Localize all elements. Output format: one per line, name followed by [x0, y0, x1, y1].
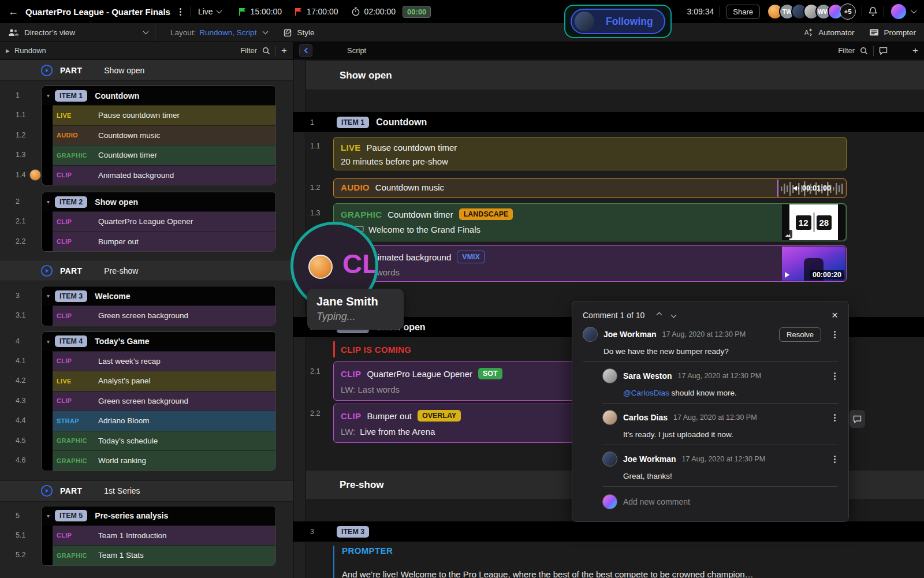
comment-anchor-button[interactable] — [850, 410, 865, 428]
rundown-row[interactable]: GRAPHICTeam 1 Stats — [42, 545, 275, 565]
end-time: 17:00:00 — [295, 7, 338, 16]
rundown-row[interactable]: CLIPAnimated background — [42, 165, 275, 185]
filter-label[interactable]: Filter — [240, 46, 257, 55]
row-title: Last week’s recap — [98, 357, 161, 366]
play-circle-icon[interactable] — [40, 484, 53, 497]
flip-clock-minutes: 28 — [817, 215, 832, 230]
kebab-menu-icon[interactable] — [180, 11, 181, 13]
block-title: Pause countdown timer — [367, 143, 457, 152]
script-item-row[interactable]: 1 ITEM 1 Countdown — [293, 112, 924, 132]
part-row-1st-series[interactable]: PART 1st Series — [0, 480, 293, 502]
block-number: 2.1 — [310, 367, 320, 375]
collapse-caret-icon[interactable]: ▾ — [47, 338, 50, 345]
collapse-panel-button[interactable] — [299, 44, 312, 57]
elapsed-badge: 00:00 — [403, 6, 431, 18]
part-row-pre-show[interactable]: PART Pre-show — [0, 260, 293, 281]
notifications-button[interactable] — [868, 6, 878, 17]
comment-icon[interactable] — [879, 47, 888, 55]
collapse-caret-icon[interactable]: ▾ — [47, 199, 50, 205]
style-button[interactable]: Style — [284, 28, 314, 37]
filter-label[interactable]: Filter — [838, 46, 855, 55]
item-badge: ITEM 2 — [55, 196, 87, 208]
avatar-stack[interactable]: TW WW +5 — [767, 3, 856, 20]
layout-label: Layout: — [170, 28, 196, 37]
collapse-caret-icon[interactable]: ▾ — [47, 92, 50, 99]
comment-menu-icon[interactable] — [834, 375, 836, 377]
search-icon[interactable] — [860, 47, 868, 55]
clip-preview-thumb[interactable]: 00:00:20 — [782, 247, 845, 281]
script-block-audio[interactable]: AUDIO Countdown music 00:01:00 — [333, 178, 847, 198]
row-title: World ranking — [98, 456, 146, 465]
comment-reply: Sara Weston 17 Aug, 2020 at 12:30 PM @Ca… — [602, 362, 838, 404]
item-header[interactable]: ▾ ITEM 5 Pre-series analysis — [42, 506, 275, 525]
play-circle-icon[interactable] — [40, 264, 53, 277]
rundown-row[interactable]: GRAPHICCountdown timer — [42, 145, 275, 165]
collapse-caret-icon[interactable]: ▾ — [47, 513, 50, 519]
rundown-row[interactable]: CLIPBumper out — [42, 232, 275, 252]
rundown-row[interactable]: LIVEAnalyst’s panel — [42, 371, 275, 391]
duration-value: 02:00:00 — [364, 7, 396, 16]
rundown-row[interactable]: CLIPTeam 1 Introduction — [42, 525, 275, 546]
following-pill[interactable]: Following — [571, 9, 665, 34]
script-block-graphic[interactable]: GRAPHIC Countdown timer LANDSCAPE Welcom… — [333, 203, 847, 241]
row-type: CLIP — [57, 312, 98, 319]
comment-time: 17 Aug, 2020 at 12:30 PM — [673, 413, 757, 422]
row-number: 1.4 — [16, 171, 25, 179]
following-button[interactable]: Following — [564, 5, 672, 38]
part-row-show-open[interactable]: PART Show open — [0, 59, 293, 81]
resolve-button[interactable]: Resolve — [779, 327, 821, 342]
rundown-row[interactable]: CLIPQuarterPro League Opener — [42, 211, 275, 232]
share-button[interactable]: Share — [726, 5, 760, 19]
add-button[interactable]: + — [912, 46, 918, 55]
item-header[interactable]: ▾ ITEM 2 Show open — [42, 192, 275, 211]
profile-avatar[interactable] — [890, 3, 907, 20]
automator-label: Automator — [818, 28, 854, 37]
rundown-row[interactable]: GRAPHICToday’s schedule — [42, 431, 275, 451]
avatar-overflow-badge[interactable]: +5 — [840, 3, 856, 20]
graphic-preview-thumb[interactable]: 12 28 — [782, 204, 845, 240]
item-number: 1 — [310, 118, 330, 126]
comment-menu-icon[interactable] — [834, 334, 836, 335]
live-dropdown[interactable]: Live — [198, 7, 221, 16]
back-icon[interactable]: ← — [8, 6, 18, 18]
script-block-live[interactable]: LIVE Pause countdown timer 20 minutes be… — [333, 137, 847, 170]
script-block-clip[interactable]: CLIP Animated background VMIX LW: Last w… — [333, 245, 847, 282]
layout-value: Rundown, Script — [199, 28, 256, 37]
play-circle-icon[interactable] — [40, 64, 53, 77]
item-header[interactable]: ▾ ITEM 1 Countdown — [42, 86, 275, 105]
prompter-block[interactable]: PROMPTER And we’re live! Welcome to the … — [333, 546, 754, 578]
lw-prefix: LW: — [341, 427, 355, 437]
part-title: Show open — [104, 66, 144, 75]
rundown-row[interactable]: GRAPHICWorld ranking — [42, 450, 275, 471]
profile-menu[interactable] — [890, 3, 916, 20]
item-title: Countdown — [95, 91, 139, 100]
item-header[interactable]: ▾ ITEM 4 Today’s Game — [42, 332, 275, 351]
script-item-row[interactable]: 3 ITEM 3 — [293, 521, 924, 542]
search-icon[interactable] — [262, 47, 270, 55]
add-comment-input[interactable] — [623, 497, 838, 506]
prompter-button[interactable]: Prompter — [869, 28, 916, 37]
item-header[interactable]: ▾ ITEM 3 Welcome — [42, 286, 275, 305]
rundown-row[interactable]: STRAPAdriano Bloom — [42, 411, 275, 431]
rundown-row[interactable]: AUDIOCountdown music — [42, 125, 275, 146]
audio-waveform-thumb[interactable]: 00:01:00 — [777, 180, 845, 197]
rundown-row[interactable]: CLIPLast week’s recap — [42, 351, 275, 371]
add-button[interactable]: + — [281, 46, 287, 55]
close-icon[interactable]: × — [832, 309, 838, 320]
comment-menu-icon[interactable] — [834, 417, 836, 419]
collapse-triangle-icon[interactable]: ▶ — [6, 48, 10, 54]
rundown-row[interactable]: CLIPGreen screen background — [42, 305, 275, 326]
layout-selector[interactable]: Layout: Rundown, Script — [170, 28, 267, 37]
rundown-row[interactable]: LIVEPause countdown timer — [42, 105, 275, 125]
row-number: 1.3 — [0, 145, 42, 165]
view-selector[interactable]: Director’s view — [8, 28, 148, 37]
mention-link[interactable]: @CarlosDias — [623, 389, 669, 397]
next-comment-icon[interactable] — [671, 312, 677, 318]
rundown-row[interactable]: CLIPGreen screen background — [42, 391, 275, 411]
collapse-caret-icon[interactable]: ▾ — [47, 293, 50, 299]
comment-menu-icon[interactable] — [834, 458, 836, 460]
clock-stand — [813, 212, 815, 232]
automator-button[interactable]: A Automator — [803, 28, 854, 37]
prev-comment-icon[interactable] — [657, 312, 662, 318]
row-title: Adriano Bloom — [98, 416, 150, 425]
